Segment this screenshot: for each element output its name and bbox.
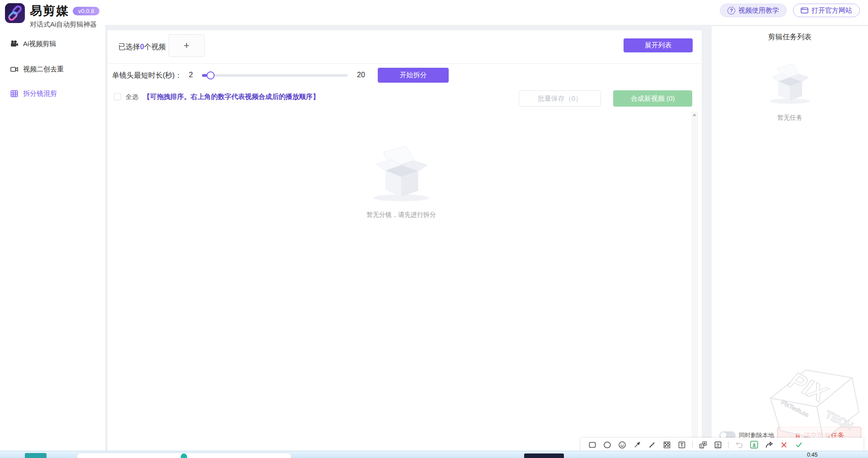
share-icon[interactable] bbox=[765, 440, 774, 449]
task-panel-title: 剪辑任务列表 bbox=[712, 33, 868, 42]
ellipse-icon[interactable] bbox=[603, 440, 612, 449]
movie-camera-icon bbox=[10, 40, 19, 48]
mosaic-icon[interactable] bbox=[662, 440, 671, 449]
logo-block: 易剪媒 v0.0.8 对话式Ai自动剪辑神器 bbox=[5, 3, 99, 29]
film-grid-icon bbox=[10, 89, 19, 98]
sidebar-item-label: 拆分镜混剪 bbox=[23, 89, 57, 98]
question-icon: ? bbox=[727, 7, 735, 14]
sidebar-item-ai-video-edit[interactable]: Ai视频剪辑 bbox=[10, 40, 56, 48]
slider-max-value: 20 bbox=[357, 71, 365, 79]
scroll-up-icon[interactable] bbox=[693, 113, 696, 116]
select-all-label[interactable]: 全选 bbox=[126, 93, 138, 101]
save-icon[interactable] bbox=[750, 440, 759, 449]
taskbar-app-icon[interactable] bbox=[524, 453, 564, 458]
split-duration-row: 单镜头最短时长(秒)： 2 20 开始拆分 bbox=[108, 68, 702, 83]
drag-sort-hint: 【可拖拽排序。右上角的数字代表视频合成后的播放顺序】 bbox=[143, 93, 319, 101]
video-select-row: 已选择0个视频 + 展开列表 bbox=[108, 30, 702, 64]
toolbar-divider bbox=[728, 441, 729, 449]
sidebar: Ai视频剪辑 视频二创去重 拆分镜混剪 bbox=[0, 0, 105, 451]
pen-icon[interactable] bbox=[647, 440, 657, 449]
expand-list-button[interactable]: 展开列表 bbox=[624, 38, 693, 52]
version-badge: v0.0.8 bbox=[73, 7, 99, 15]
close-icon[interactable] bbox=[779, 440, 788, 449]
svg-text:文: 文 bbox=[700, 444, 704, 448]
plus-icon: + bbox=[184, 40, 190, 51]
empty-state: 暂无分镜，请先进行拆分 bbox=[108, 143, 695, 219]
open-website-label: 打开官方网站 bbox=[812, 6, 852, 15]
undo-icon[interactable] bbox=[735, 440, 744, 449]
merge-videos-button[interactable]: 合成新视频 (0) bbox=[613, 90, 692, 107]
add-video-button[interactable]: + bbox=[169, 34, 205, 57]
empty-box-illustration bbox=[765, 61, 815, 105]
taskbar-time: 0:45 bbox=[807, 452, 817, 458]
task-list-panel: 剪辑任务列表 暂无任务 同时删除本地 清空所有任务 bbox=[712, 26, 868, 451]
sidebar-item-split-mix[interactable]: 拆分镜混剪 bbox=[10, 89, 57, 98]
toolbar-divider bbox=[692, 441, 693, 449]
batch-save-button[interactable]: 批量保存（0） bbox=[519, 90, 601, 107]
app-header: 易剪媒 v0.0.8 对话式Ai自动剪辑神器 ? 视频使用教学 打开官方网站 bbox=[0, 0, 868, 25]
vertical-scrollbar[interactable] bbox=[691, 112, 698, 458]
help-tutorial-label: 视频使用教学 bbox=[738, 6, 779, 15]
browser-window-icon bbox=[801, 7, 808, 14]
start-split-button[interactable]: 开始拆分 bbox=[378, 68, 449, 83]
help-tutorial-button[interactable]: ? 视频使用教学 bbox=[720, 4, 787, 17]
task-empty-state: 暂无任务 bbox=[712, 61, 868, 122]
selected-count-text: 已选择0个视频 bbox=[118, 42, 166, 52]
svg-text:文: 文 bbox=[716, 443, 720, 448]
selection-bar: 全选 【可拖拽排序。右上角的数字代表视频合成后的播放顺序】 批量保存（0） 合成… bbox=[108, 90, 702, 108]
sidebar-item-label: Ai视频剪辑 bbox=[23, 40, 56, 48]
svg-text:T: T bbox=[680, 442, 684, 448]
arrow-icon[interactable] bbox=[633, 440, 642, 449]
split-mix-panel: 已选择0个视频 + 展开列表 单镜头最短时长(秒)： 2 20 开始拆分 全选 … bbox=[108, 30, 702, 451]
text-icon[interactable]: T bbox=[677, 440, 686, 449]
task-empty-text: 暂无任务 bbox=[712, 114, 868, 122]
screenshot-toolbar: T A 文 文 bbox=[581, 438, 863, 452]
translate-icon[interactable]: A 文 bbox=[699, 440, 708, 449]
rectangle-icon[interactable] bbox=[588, 440, 597, 449]
emoji-icon[interactable] bbox=[618, 440, 627, 449]
app-subtitle: 对话式Ai自动剪辑神器 bbox=[30, 20, 99, 29]
open-website-button[interactable]: 打开官方网站 bbox=[793, 4, 860, 17]
taskbar-app-icon[interactable] bbox=[25, 453, 47, 458]
sidebar-item-video-dedup[interactable]: 视频二创去重 bbox=[10, 65, 64, 74]
slider-label: 单镜头最短时长(秒)： bbox=[112, 71, 182, 80]
app-logo-icon bbox=[5, 3, 25, 23]
app-title: 易剪媒 bbox=[30, 3, 69, 19]
windows-taskbar: 0:45 bbox=[0, 451, 868, 458]
slider-thumb[interactable] bbox=[206, 71, 215, 79]
duration-slider[interactable] bbox=[202, 74, 348, 77]
empty-state-text: 暂无分镜，请先进行拆分 bbox=[108, 211, 695, 219]
taskbar-icon[interactable] bbox=[181, 453, 187, 458]
select-all-checkbox[interactable] bbox=[114, 93, 121, 100]
sidebar-item-label: 视频二创去重 bbox=[23, 65, 64, 74]
ocr-icon[interactable]: 文 bbox=[713, 440, 723, 449]
camcorder-icon bbox=[10, 65, 19, 74]
empty-box-illustration bbox=[365, 143, 438, 203]
slider-min-value: 2 bbox=[189, 71, 193, 79]
confirm-icon[interactable] bbox=[794, 440, 803, 449]
selected-count-value: 0 bbox=[140, 43, 144, 51]
